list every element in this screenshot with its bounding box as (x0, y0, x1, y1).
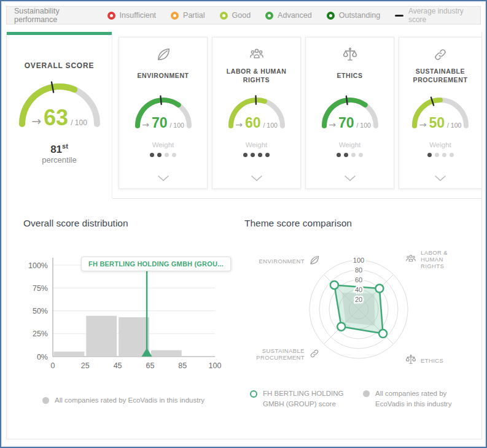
weight-dot (351, 153, 356, 157)
arrow-right-icon: → (142, 120, 149, 129)
weight-label: Weight (339, 141, 361, 149)
header-title: Sustainability performance (14, 7, 93, 24)
weight-dots (243, 153, 270, 157)
scales-icon (341, 45, 359, 64)
histogram-legend: All companies rated by EcoVadis in this … (16, 395, 231, 406)
radar-axis-environment: ENVIRONMENT (259, 254, 321, 268)
weight-dot (359, 153, 363, 157)
chevron-down-icon[interactable] (158, 176, 169, 181)
svg-text:100: 100 (353, 257, 364, 264)
weight-dot (427, 153, 432, 157)
weight-dot (450, 153, 454, 157)
arrow-right-icon: → (419, 120, 427, 129)
people-icon (247, 45, 266, 64)
advanced-dot-icon (265, 12, 273, 20)
weight-dots (337, 153, 363, 157)
theme-card-ethics[interactable]: ETHICS → 70 / 100 Weight (305, 37, 394, 189)
company-ring-icon (250, 390, 257, 398)
svg-text:20: 20 (355, 296, 362, 303)
industry-dot-icon (363, 390, 370, 397)
svg-text:25: 25 (81, 361, 90, 370)
active-tab-indicator (7, 32, 112, 35)
weight-dot (172, 153, 176, 157)
radar-legend-industry: All companies rated by EcoVadis in this … (363, 388, 473, 410)
chain-icon (308, 347, 321, 361)
weight-label: Weight (246, 141, 268, 149)
tab-separator (112, 198, 481, 199)
leaf-icon (308, 254, 321, 268)
overall-score-value: 63 (44, 107, 68, 129)
legend-item-advanced: Advanced (265, 11, 312, 20)
insufficient-dot-icon (107, 12, 115, 20)
scorecard-window: Sustainability performance Insufficient … (0, 0, 487, 448)
theme-card-labor-human-rights[interactable]: LABOR & HUMANRIGHTS → 60 / 100 Weight (212, 37, 301, 189)
tab-overall-score[interactable]: OVERALL SCORE → 63 / 100 81st percentile (7, 32, 112, 198)
sustainable-procurement-gauge: → 50 / 100 (406, 91, 475, 129)
weight-dot (258, 153, 262, 157)
industry-dot-icon (42, 397, 49, 404)
svg-text:45: 45 (114, 361, 122, 370)
svg-text:40: 40 (355, 286, 362, 293)
theme-title: ENVIRONMENT (137, 66, 189, 86)
weight-dot (251, 153, 255, 157)
weight-label: Weight (152, 141, 174, 149)
svg-text:0%: 0% (37, 353, 48, 361)
svg-text:25%: 25% (33, 330, 48, 338)
weight-dot (435, 153, 439, 157)
histogram-title: Overall score distribution (23, 218, 128, 229)
average-dash-icon (395, 15, 403, 17)
theme-title: SUSTAINABLEPROCUREMENT (413, 66, 468, 86)
legend-item-outstanding: Outstanding (327, 11, 380, 20)
good-dot-icon (220, 12, 228, 20)
weight-dot (344, 153, 348, 157)
outstanding-dot-icon (327, 12, 335, 20)
percentile-label: percentile (7, 155, 112, 164)
theme-card-sustainable-procurement[interactable]: SUSTAINABLEPROCUREMENT → 50 / 100 Weight (399, 37, 482, 189)
people-icon (405, 253, 417, 266)
legend-item-partial: Partial (171, 11, 205, 20)
company-marker-tooltip: FH BERTLING HOLDING GMBH (GROU... (81, 257, 231, 271)
svg-text:85: 85 (178, 361, 187, 370)
weight-dot (150, 153, 154, 157)
radar-legend-company: FH BERTLING HOLDING GMBH (GROUP) score (250, 388, 356, 410)
arrow-right-icon: → (329, 120, 336, 129)
svg-text:80: 80 (355, 266, 362, 274)
legend-item-good: Good (220, 11, 251, 20)
overall-score-gauge: → 63 / 100 (14, 76, 106, 128)
radar-axis-ethics: ETHICS (405, 353, 443, 367)
weight-dots (427, 153, 454, 157)
score-distribution-chart: 0%25%50%75%100%025456585100 FH BERTLING … (16, 247, 235, 382)
weight-dot (157, 153, 162, 157)
legend-item-insufficient: Insufficient (107, 11, 157, 20)
theme-title: ETHICS (337, 66, 362, 86)
weight-dot (165, 153, 169, 157)
svg-text:75%: 75% (33, 284, 48, 293)
chevron-down-icon[interactable] (435, 176, 446, 181)
svg-text:65: 65 (146, 361, 154, 370)
weight-dots (150, 153, 176, 157)
weight-label: Weight (429, 141, 451, 149)
weight-dot (442, 153, 446, 157)
weight-dot (243, 153, 247, 157)
percentile-value: 81st (7, 142, 112, 155)
radar-axis-labor: LABOR & HUMAN RIGHTS (405, 249, 448, 269)
theme-title: LABOR & HUMANRIGHTS (227, 66, 287, 86)
theme-card-environment[interactable]: ENVIRONMENT → 70 / 100 Weight (119, 37, 208, 189)
chevron-down-icon[interactable] (345, 176, 356, 181)
svg-text:100%: 100% (28, 261, 48, 270)
chevron-down-icon[interactable] (251, 176, 262, 181)
labor-human-rights-gauge: → 60 / 100 (222, 91, 291, 129)
ethics-gauge: → 70 / 100 (316, 91, 384, 129)
svg-text:100: 100 (209, 361, 222, 370)
radar-axis-procurement: SUSTAINABLE PROCUREMENT (256, 347, 321, 361)
scales-icon (405, 353, 417, 367)
rating-legend-bar: Sustainability performance Insufficient … (6, 6, 481, 25)
average-industry-score-legend: Average industry score (395, 7, 473, 24)
leaf-icon (154, 45, 173, 64)
arrow-right-icon: → (31, 114, 41, 128)
chain-icon (431, 45, 450, 64)
radar-title: Theme score comparison (244, 218, 352, 229)
scorecard-panel: OVERALL SCORE → 63 / 100 81st percentile… (6, 32, 482, 439)
weight-dot (337, 153, 341, 157)
svg-text:60: 60 (355, 276, 362, 284)
